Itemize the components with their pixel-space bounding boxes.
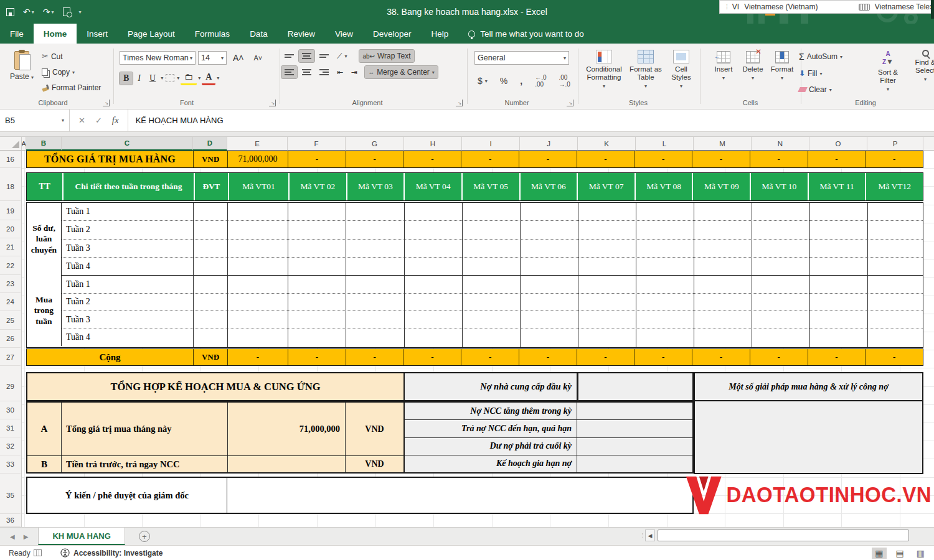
align-bottom-button[interactable] [316, 51, 332, 61]
font-color-dropdown[interactable]: ▾ [217, 75, 219, 81]
column-header-c[interactable]: C [62, 137, 193, 151]
language-code[interactable]: VI [732, 2, 739, 11]
find-select-button[interactable]: Find & Select▾ [910, 50, 934, 83]
debt-opening-value[interactable] [578, 372, 694, 401]
summary-row-b-unit[interactable]: VND [345, 456, 403, 472]
macro-record-icon[interactable] [34, 549, 42, 556]
insert-cells-button[interactable]: Insert▾ [711, 51, 736, 81]
debt-row-label[interactable]: Nợ NCC tăng thêm trong kỳ [405, 403, 577, 419]
scroll-left-button[interactable]: ◀ [645, 530, 655, 541]
week-row[interactable]: Tuần 4 [27, 329, 923, 347]
column-header-o[interactable]: O [809, 137, 867, 151]
sum-dash-cell[interactable]: - [808, 349, 866, 365]
ime-name[interactable]: Vietnamese Telex [875, 2, 933, 11]
material-code-header[interactable]: Mã VT 09 [692, 173, 750, 200]
borders-dropdown[interactable]: ▾ [177, 75, 179, 81]
debt-row-value[interactable] [577, 403, 692, 419]
formula-content[interactable]: KẾ HOẠCH MUA HÀNG [128, 110, 231, 131]
number-dialog-launcher[interactable] [567, 100, 573, 106]
name-box-dropdown[interactable]: ▾ [62, 118, 64, 123]
redo-button[interactable]: ↷▾ [43, 7, 54, 17]
language-bar[interactable]: ⁞ VI Vietnamese (Vietnam) Vietnamese Tel… [719, 0, 934, 14]
total-dash-cell[interactable]: - [519, 151, 577, 167]
summary-row-b[interactable]: B Tiền trả trước, trả ngay NCC VND [27, 456, 403, 472]
total-dash-cell[interactable]: - [808, 151, 866, 167]
row-header[interactable]: 24 [0, 293, 21, 311]
cell-styles-button[interactable]: Cell Styles▾ [666, 50, 696, 90]
scrollbar-track[interactable] [658, 530, 909, 541]
total-dash-cell[interactable]: - [346, 151, 403, 167]
horizontal-scrollbar[interactable]: ⁞ ◀ [641, 530, 909, 541]
material-code-header[interactable]: Mã VT 05 [461, 173, 519, 200]
normal-view-button[interactable]: ▦ [872, 548, 886, 559]
sum-dash-cell[interactable]: - [403, 349, 461, 365]
ribbon-tab[interactable]: File [0, 24, 34, 44]
row-header[interactable]: 19 [0, 202, 21, 220]
worksheet[interactable]: A B C D E F G H I J K L M N O P 16 18 19… [0, 137, 934, 527]
total-purchase-label[interactable]: TỔNG GIÁ TRỊ MUA HÀNG [27, 151, 193, 167]
material-code-header[interactable]: Mã VT 11 [808, 173, 866, 200]
sum-dash-cell[interactable]: - [461, 349, 519, 365]
ribbon-tab[interactable]: Developer [363, 24, 422, 44]
align-top-button[interactable] [281, 51, 297, 61]
material-code-header[interactable]: Mã VT 08 [634, 173, 692, 200]
column-header-k[interactable]: K [578, 137, 636, 151]
row-header[interactable]: 27 [0, 348, 21, 366]
merge-center-button[interactable]: ⇔ Merge & Center ▾ [365, 66, 438, 78]
debt-row[interactable]: Dư nợ phải trả cuối kỳ [405, 437, 692, 455]
language-name[interactable]: Vietnamese (Vietnam) [744, 2, 818, 11]
increase-font-button[interactable]: A˄ [229, 52, 248, 64]
add-sheet-button[interactable]: + [139, 531, 150, 542]
next-sheet-button[interactable]: ▶ [24, 533, 29, 540]
increase-indent-button[interactable]: ⇥ [348, 66, 361, 78]
column-header-p[interactable]: P [867, 137, 923, 151]
ribbon-tab[interactable]: Data [240, 24, 278, 44]
decrease-font-button[interactable]: A˅ [250, 53, 267, 63]
fill-color-button[interactable]: 🗀 [181, 71, 197, 85]
column-header-e[interactable]: E [227, 137, 288, 151]
column-header-h[interactable]: H [404, 137, 462, 151]
column-header-m[interactable]: M [694, 137, 752, 151]
sum-dash-cell[interactable]: - [692, 349, 750, 365]
name-box[interactable]: B5▾ [0, 110, 70, 131]
row-header[interactable]: 33 [0, 455, 21, 474]
material-code-header[interactable]: Mã VT 07 [577, 173, 634, 200]
row-header[interactable]: 31 [0, 419, 21, 437]
increase-decimal-button[interactable]: ←.0.00 [532, 72, 549, 90]
ribbon-tab[interactable]: Insert [77, 24, 118, 44]
underline-dropdown[interactable]: ▾ [161, 75, 163, 81]
debt-table[interactable]: Nợ NCC tăng thêm trong kỳ Trả nợ NCC đến… [405, 401, 694, 474]
ribbon-tab[interactable]: Home [34, 24, 77, 44]
ribbon-tab[interactable]: Page Layout [118, 24, 185, 44]
sum-dash-cell[interactable]: - [519, 349, 577, 365]
paste-button[interactable]: Paste ▾ [7, 51, 36, 100]
decrease-indent-button[interactable]: ⇤ [334, 66, 346, 78]
approval-row[interactable]: Ý kiến / phê duyệt của giám đốc [26, 477, 694, 514]
column-header-g[interactable]: G [346, 137, 404, 151]
material-code-header[interactable]: Mã VT 03 [346, 173, 404, 200]
week-row[interactable]: Tuần 1 [27, 276, 923, 294]
row-header[interactable]: 25 [0, 311, 21, 330]
clipboard-dialog-launcher[interactable] [103, 100, 110, 106]
row-header[interactable]: 20 [0, 220, 21, 238]
ribbon-tab[interactable]: Review [278, 24, 325, 44]
row-header[interactable]: 26 [0, 330, 21, 348]
row-header[interactable]: 22 [0, 256, 21, 275]
sort-filter-button[interactable]: AZ▼ Sort & Filter▾ [872, 50, 904, 93]
summary-row-a-unit[interactable]: VND [345, 403, 403, 455]
week-row[interactable]: Tuần 2 [27, 221, 923, 239]
debt-opening-label[interactable]: Nợ nhà cung cấp đầu kỳ [405, 372, 578, 401]
tell-me-box[interactable]: Tell me what you want to do [468, 24, 584, 44]
total-dash-cell[interactable]: - [865, 151, 923, 167]
week-row[interactable]: Tuần 4 [27, 258, 923, 275]
fill-color-dropdown[interactable]: ▾ [198, 75, 200, 81]
row-header[interactable]: 32 [0, 437, 21, 455]
sum-unit[interactable]: VNĐ [193, 349, 227, 365]
cancel-icon[interactable]: ✕ [78, 116, 85, 125]
solutions-title[interactable]: Một số giải pháp mua hàng & xử lý công n… [694, 372, 923, 401]
debt-row-value[interactable] [577, 455, 692, 472]
total-dash-cell[interactable]: - [403, 151, 461, 167]
total-dash-cell[interactable]: - [692, 151, 750, 167]
total-dash-cell[interactable]: - [750, 151, 808, 167]
column-header-f[interactable]: F [288, 137, 346, 151]
